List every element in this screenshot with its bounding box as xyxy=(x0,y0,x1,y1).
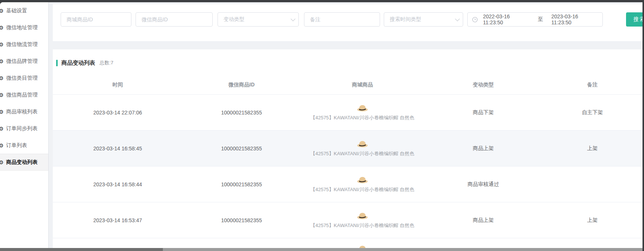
remark-field-wrap xyxy=(304,12,380,27)
sidebar-item-order-sync-list[interactable]: ⚙ 订单同步列表 xyxy=(0,120,48,137)
row-time: 2023-03-14 16:58:45 xyxy=(53,146,183,151)
sidebar-item-label: 订单列表 xyxy=(6,142,27,149)
gear-icon: ⚙ xyxy=(0,75,4,81)
product-change-table: 时间 微信商品ID 商城商品 变动类型 备注 2023-03-14 22:07:… xyxy=(53,76,643,248)
table-row-partial xyxy=(53,238,643,248)
date-range-end: 2023-03-16 11:23:50 xyxy=(552,13,598,25)
gear-icon: ⚙ xyxy=(0,143,4,149)
product-hat-image xyxy=(357,175,368,183)
row-wechat-id: 10000021582355 xyxy=(183,110,301,116)
col-header-mall-product: 商城商品 xyxy=(301,82,425,88)
filter-bar: 变动类型 搜索时间类型 2022-03-16 11:23:50 至 2023-0… xyxy=(53,4,643,41)
row-time: 2023-03-14 16:58:44 xyxy=(53,181,183,187)
gear-icon: ⚙ xyxy=(0,126,4,132)
sidebar-item-wechat-brand[interactable]: ⚙ 微信品牌管理 xyxy=(0,53,48,70)
sidebar-item-label: 微信品牌管理 xyxy=(6,58,38,65)
product-hat-image xyxy=(357,211,368,219)
row-wechat-id: 10000021582355 xyxy=(183,146,301,151)
product-title: 【42575】KAWATANI/川谷小卷檐编织帽 自然色 xyxy=(310,150,414,157)
row-product: 【42575】KAWATANI/川谷小卷檐编织帽 自然色 xyxy=(301,140,425,157)
sidebar-item-label: 微信物流管理 xyxy=(6,41,38,48)
sidebar-item-label: 微信商品管理 xyxy=(6,92,38,98)
mall-product-id-field-wrap xyxy=(61,12,131,27)
row-change-type: 商品审核通过 xyxy=(424,181,542,188)
list-total-count: 总数:7 xyxy=(100,59,113,66)
row-wechat-id: 10000021582355 xyxy=(183,181,301,187)
sidebar-item-label: 微信类目管理 xyxy=(6,75,38,82)
sidebar-item-product-review-list[interactable]: ⚙ 商品审核列表 xyxy=(0,103,48,120)
table-row: 2023-03-14 16:53:47 10000021582355 【4257… xyxy=(53,202,643,238)
row-change-type: 商品上架 xyxy=(424,145,542,152)
wechat-product-id-field-wrap xyxy=(136,12,213,27)
col-header-remark: 备注 xyxy=(542,82,643,88)
wechat-product-id-input[interactable] xyxy=(136,16,212,22)
sidebar-item-label: 订单同步列表 xyxy=(6,125,38,132)
product-change-list-panel: 商品变动列表 总数:7 时间 微信商品ID 商城商品 变动类型 备注 2023-… xyxy=(53,49,643,248)
sidebar-item-wechat-product[interactable]: ⚙ 微信商品管理 xyxy=(0,86,48,103)
chevron-down-icon xyxy=(291,16,295,21)
sidebar-item-label: 微信地址管理 xyxy=(6,24,38,31)
gear-icon: ⚙ xyxy=(0,159,4,165)
date-range-start: 2022-03-16 11:23:50 xyxy=(483,13,530,25)
row-change-type: 商品上架 xyxy=(424,217,542,224)
row-wechat-id: 10000021582355 xyxy=(183,217,301,223)
horizontal-scrollbar[interactable] xyxy=(0,248,643,251)
sidebar-item-order-list[interactable]: ⚙ 订单列表 xyxy=(0,137,48,154)
row-product: 【42575】KAWATANI/川谷小卷檐编织帽 自然色 xyxy=(301,175,425,193)
row-time: 2023-03-14 22:07:06 xyxy=(53,110,183,116)
row-product: 【42575】KAWATANI/川谷小卷檐编织帽 自然色 xyxy=(301,211,425,229)
sidebar-item-basic-settings[interactable]: ⚙ 基础设置 xyxy=(0,2,48,19)
table-row: 2023-03-14 16:58:45 10000021582355 【4257… xyxy=(53,131,643,166)
table-header-row: 时间 微信商品ID 商城商品 变动类型 备注 xyxy=(53,76,643,95)
date-range-picker[interactable]: 2022-03-16 11:23:50 至 2023-03-16 11:23:5… xyxy=(467,12,603,27)
date-range-separator: 至 xyxy=(538,16,543,23)
product-title: 【42575】KAWATANI/川谷小卷檐编织帽 自然色 xyxy=(310,186,414,193)
col-header-wechat-id: 微信商品ID xyxy=(183,82,301,88)
row-remark: 上架 xyxy=(542,217,643,224)
chevron-down-icon xyxy=(455,16,460,21)
row-change-type: 商品下架 xyxy=(424,109,542,116)
horizontal-scrollbar-thumb[interactable] xyxy=(0,248,163,251)
product-hat-image xyxy=(357,244,368,248)
gear-icon: ⚙ xyxy=(0,25,4,31)
change-type-placeholder: 变动类型 xyxy=(224,16,244,23)
product-title: 【42575】KAWATANI/川谷小卷檐编织帽 自然色 xyxy=(310,222,414,229)
clock-icon xyxy=(472,17,478,22)
sidebar-item-label: 商品审核列表 xyxy=(6,108,38,115)
sidebar-item-label: 商品变动列表 xyxy=(6,159,38,166)
table-row: 2023-03-14 22:07:06 10000021582355 【4257… xyxy=(53,95,643,131)
change-type-select[interactable]: 变动类型 xyxy=(218,12,299,27)
gear-icon: ⚙ xyxy=(0,8,4,14)
gear-icon: ⚙ xyxy=(0,92,4,98)
product-title: 【42575】KAWATANI/川谷小卷檐编织帽 自然色 xyxy=(310,114,414,121)
search-time-type-select[interactable]: 搜索时间类型 xyxy=(384,12,463,27)
accent-bar xyxy=(56,60,58,66)
table-row: 2023-03-14 16:58:44 10000021582355 【4257… xyxy=(53,166,643,202)
search-time-type-placeholder: 搜索时间类型 xyxy=(390,16,421,23)
gear-icon: ⚙ xyxy=(0,42,4,48)
mall-product-id-input[interactable] xyxy=(61,16,131,22)
remark-input[interactable] xyxy=(304,16,380,22)
main-content: 变动类型 搜索时间类型 2022-03-16 11:23:50 至 2023-0… xyxy=(49,2,643,248)
sidebar: ⚙ 基础设置 ⚙ 微信地址管理 ⚙ 微信物流管理 ⚙ 微信品牌管理 ⚙ 微信类目… xyxy=(0,2,49,248)
col-header-change-type: 变动类型 xyxy=(424,82,542,88)
product-hat-image xyxy=(357,140,368,147)
sidebar-item-product-change-list[interactable]: ⚙ 商品变动列表 xyxy=(0,154,48,171)
row-product xyxy=(301,238,425,248)
app-window: ⚙ 基础设置 ⚙ 微信地址管理 ⚙ 微信物流管理 ⚙ 微信品牌管理 ⚙ 微信类目… xyxy=(0,2,643,251)
row-remark: 上架 xyxy=(542,145,643,152)
gear-icon: ⚙ xyxy=(0,58,4,64)
list-header: 商品变动列表 总数:7 xyxy=(56,59,643,67)
row-product: 【42575】KAWATANI/川谷小卷檐编织帽 自然色 xyxy=(301,104,425,121)
sidebar-item-wechat-address[interactable]: ⚙ 微信地址管理 xyxy=(0,19,48,36)
sidebar-item-label: 基础设置 xyxy=(6,7,27,14)
sidebar-item-wechat-logistics[interactable]: ⚙ 微信物流管理 xyxy=(0,36,48,53)
row-remark: 自主下架 xyxy=(542,109,643,116)
search-button[interactable]: 搜索 xyxy=(626,12,643,27)
product-hat-image xyxy=(357,104,368,111)
col-header-time: 时间 xyxy=(53,82,183,88)
list-title: 商品变动列表 xyxy=(61,59,95,67)
row-time: 2023-03-14 16:53:47 xyxy=(53,217,183,223)
sidebar-item-wechat-category[interactable]: ⚙ 微信类目管理 xyxy=(0,70,48,86)
gear-icon: ⚙ xyxy=(0,109,4,115)
